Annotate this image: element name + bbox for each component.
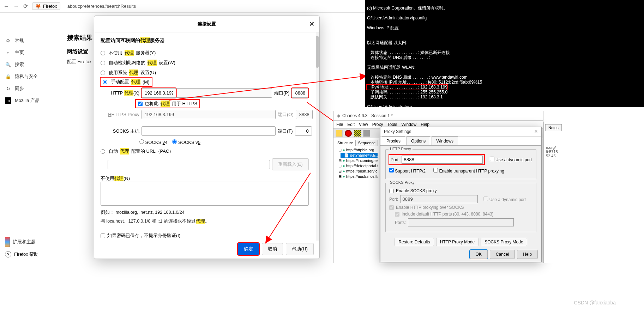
tab-firefox[interactable]: 🦊 Firefox — [32, 2, 60, 10]
sidebar-label: 同步 — [15, 85, 24, 92]
no-proxy-textarea[interactable] — [101, 182, 309, 206]
preferences-sidebar: ⚙常规 ⌂主页 🔍搜索 🔒隐私与安全 ↻同步 mMozilla 产品 — [0, 13, 53, 107]
help-button[interactable]: Help — [517, 250, 538, 259]
firefox-help-link[interactable]: ?Firefox 帮助 — [1, 249, 42, 260]
socks-host-input[interactable] — [142, 126, 276, 136]
toolbar-turtle-icon[interactable] — [363, 130, 370, 137]
tab-notes[interactable]: Notes — [545, 124, 562, 131]
ports-input — [408, 218, 514, 226]
use-for-https-checkbox[interactable] — [138, 102, 143, 106]
pac-url-input[interactable] — [108, 160, 270, 169]
proxy-config-heading: 配置访问互联网的代理服务器 — [101, 37, 313, 44]
ok-button[interactable]: 确定 — [238, 243, 259, 255]
toolbar-record-icon[interactable] — [345, 130, 352, 137]
sidebar-item-home[interactable]: ⌂主页 — [0, 47, 53, 59]
use-for-https-row[interactable]: 也将此代理用于 HTTPS — [136, 100, 199, 108]
ok-button[interactable]: OK — [470, 250, 488, 259]
socks-port-label: 端口(T) — [278, 128, 293, 134]
radio-socks4[interactable]: SOCKS v4 — [139, 139, 167, 145]
search-results-heading: 搜索结果 — [67, 34, 92, 42]
tree-node[interactable]: ⊞ ● http://detectportal.f — [335, 163, 378, 169]
tree-node-selected[interactable]: 📄 get?name=%E... — [341, 153, 378, 158]
tree-node[interactable]: ⊞ ● https://aus5.mozilla — [335, 174, 378, 179]
gear-icon: ⚙ — [5, 38, 11, 43]
scrollbar[interactable] — [316, 32, 319, 241]
menu-proxy[interactable]: Proxy — [372, 122, 383, 127]
reload-pac-button: 重新载入(E) — [272, 158, 309, 170]
cancel-button[interactable]: 取消 — [262, 243, 283, 255]
tab-windows[interactable]: Windows — [432, 137, 458, 145]
charles-titlebar: ◆Charles 4.6.3 - Session 1 * — [333, 111, 543, 121]
radio-auto-detect[interactable]: 自动检测此网络的代理设置(W) — [101, 58, 313, 68]
radio-pac-url[interactable]: 自动代理配置的 URL（PAC） — [101, 146, 313, 156]
menu-window[interactable]: Window — [402, 122, 417, 127]
ports-row: Ports: — [395, 218, 532, 226]
tab-proxies[interactable]: Proxies — [382, 137, 405, 145]
no-proxy-example2: 与 localhost、127.0.0.1/8 和 ::1 的连接永不经过代理。 — [101, 218, 313, 224]
socks-proxy-legend: SOCKS Proxy — [389, 180, 416, 184]
proxy-dialog-body: HTTP Proxy Port: Use a dynamic port Supp… — [380, 146, 541, 252]
home-icon: ⌂ — [5, 50, 11, 55]
reload-icon[interactable]: ⟳ — [23, 3, 28, 10]
socks-label: SOCKS 主机 — [101, 128, 139, 134]
socks-port-input[interactable] — [295, 126, 312, 136]
tab-options[interactable]: Options — [407, 137, 430, 145]
radio-no-proxy[interactable]: 不使用代理服务器(Y) — [101, 48, 313, 58]
tree-node[interactable]: ⊞ ● https://push.service — [335, 169, 378, 174]
close-icon[interactable]: ✕ — [534, 129, 538, 134]
toolbar-tool-icon[interactable] — [354, 130, 361, 137]
tab-sequence[interactable]: Sequence — [356, 140, 378, 146]
menu-file[interactable]: File — [336, 122, 343, 127]
restore-defaults-button[interactable]: Restore Defaults — [395, 238, 434, 246]
http-over-socks-check: Enable HTTP proxying over SOCKS — [389, 205, 532, 210]
enable-socks-check[interactable]: Enable SOCKS proxy — [389, 188, 532, 193]
sidebar-item-general[interactable]: ⚙常规 — [0, 35, 53, 47]
menu-view[interactable]: View — [359, 122, 368, 127]
close-icon[interactable]: ✕ — [309, 20, 314, 28]
radio-socks5[interactable]: SOCKS v5 — [172, 139, 200, 145]
http-proxy-mode-button[interactable]: HTTP Proxy Mode — [436, 238, 479, 246]
extensions-themes-link[interactable]: 扩展和主题 — [1, 235, 42, 249]
dialog-title-text: 连接设置 — [198, 21, 216, 26]
socks-row: SOCKS 主机 端口(T) — [101, 126, 313, 136]
help-button[interactable]: 帮助(H) — [286, 243, 314, 255]
http-proxy-host-input[interactable] — [142, 88, 176, 98]
tab-structure[interactable]: Structure — [335, 140, 356, 146]
sidebar-label: 隐私与安全 — [15, 73, 38, 80]
https-proxy-row: HHTTPS Proxy 端口(O) — [101, 110, 313, 119]
connection-settings-dialog: 连接设置 ✕ 配置访问互联网的代理服务器 不使用代理服务器(Y) 自动检测此网络… — [94, 16, 320, 259]
network-settings-label: 网络设置 — [67, 48, 92, 55]
dynamic-port-check[interactable]: Use a dynamic port — [490, 157, 532, 162]
tree-node[interactable]: ⊞ ● https://incoming.tel — [335, 158, 378, 163]
sidebar-item-mozilla[interactable]: mMozilla 产品 — [0, 95, 53, 107]
sidebar-item-privacy[interactable]: 🔒隐私与安全 — [0, 71, 53, 83]
sidebar-item-search[interactable]: 🔍搜索 — [0, 59, 53, 71]
proxy-dialog-title: Proxy Settings✕ — [380, 127, 541, 137]
ipv4-highlight: IPv4 地址 . . . . . . . . . . . . : 192.16… — [367, 85, 447, 90]
cancel-button[interactable]: Cancel — [490, 250, 515, 259]
radio-manual-proxy[interactable]: 手动配置代理(M) — [101, 78, 152, 86]
menu-tools[interactable]: Tools — [387, 122, 397, 127]
no-proxy-example1: 例如：.mozilla.org, .net.nz, 192.168.1.0/24 — [101, 210, 313, 216]
charles-sidebar: Structure Sequence ⊟ ● http://httpbin.or… — [333, 138, 379, 265]
toolbar-broom-icon[interactable] — [336, 130, 343, 137]
transparent-check[interactable]: Enable transparent HTTP proxying — [433, 168, 504, 174]
socks-dyn-port: Use a dynamic port — [483, 196, 526, 202]
preferences-main: 搜索结果 网络设置 配置 Firefox — [67, 34, 92, 65]
http-port-input[interactable] — [402, 156, 483, 164]
menu-help[interactable]: Help — [421, 122, 429, 127]
sidebar-bottom-links: 扩展和主题 ?Firefox 帮助 — [1, 235, 42, 260]
http-proxy-port-input[interactable] — [291, 88, 308, 98]
http2-check[interactable]: Support HTTP/2 — [389, 168, 426, 174]
tree-node[interactable]: ⊟ ● http://httpbin.org — [335, 147, 378, 153]
radio-system-proxy[interactable]: 使用系统代理设置(U) — [101, 68, 313, 78]
sidebar-item-sync[interactable]: ↻同步 — [0, 83, 53, 95]
http-proxy-label: HTTP 代理(X) — [101, 90, 139, 96]
no-auth-prompt-row[interactable]: 如果密码已保存，不提示身份验证(I) — [101, 231, 313, 241]
menu-edit[interactable]: Edit — [347, 122, 355, 127]
forward-icon[interactable]: → — [13, 3, 19, 10]
back-icon[interactable]: ← — [4, 3, 9, 10]
socks-proxy-mode-button[interactable]: SOCKS Proxy Mode — [481, 238, 527, 246]
charles-right-panel: Notes n.org/ 9:5715 52.45. — [543, 122, 644, 263]
no-auth-checkbox[interactable] — [101, 234, 105, 238]
